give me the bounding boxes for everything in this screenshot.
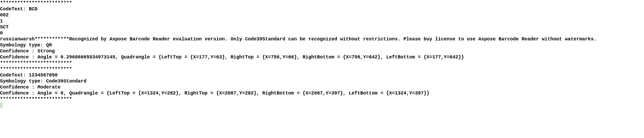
line-13: Symbology type: Code39Standard (0, 78, 86, 84)
line-12: CodeText: 1234567890 (0, 72, 58, 78)
console-output: ************************* CodeText: BCD … (0, 0, 644, 108)
line-6: russianwarsh************Recognized by As… (0, 36, 596, 42)
line-0: ************************* (0, 0, 72, 6)
line-1: CodeText: BCD (0, 6, 38, 12)
line-7: Symbology type: QR (0, 42, 52, 48)
cursor-icon (0, 103, 3, 108)
line-14: Confidence : Moderate (0, 84, 60, 90)
line-5: 0 (0, 30, 3, 36)
line-3: 1 (0, 18, 3, 24)
line-4: SCT (0, 24, 9, 30)
line-16: ************************* (0, 96, 72, 102)
line-11: ************************* (0, 66, 72, 72)
line-9: Confidence : Angle = 0.29686665534973145… (0, 54, 464, 60)
line-10: ************************* (0, 60, 72, 66)
line-15: Confidence : Angle = 0, Quadrangle = {Le… (0, 90, 429, 96)
line-2: 002 (0, 12, 9, 18)
line-8: Confidence : Strong (0, 48, 55, 54)
